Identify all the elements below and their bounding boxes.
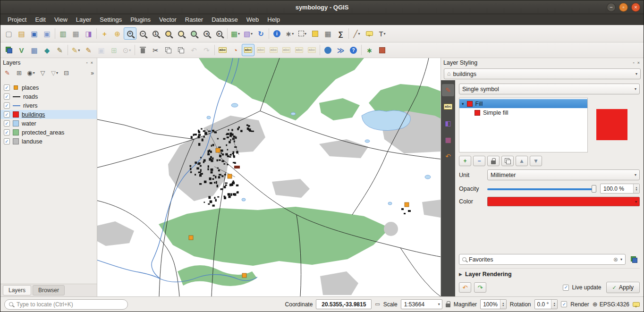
locate-search-input[interactable]: Type to locate (Ctrl+K) bbox=[4, 299, 128, 310]
new-geopackage-layer-button[interactable]: ◆ bbox=[41, 44, 53, 56]
save-project-as-button[interactable]: ▣ bbox=[41, 27, 53, 40]
symbol-node-simple-fill[interactable]: Simple fill bbox=[459, 108, 587, 117]
unit-select[interactable]: Millimeter ▾ bbox=[487, 169, 640, 180]
zoom-to-selection-button[interactable] bbox=[175, 27, 187, 40]
current-edits-dropdown-icon[interactable]: ▾ bbox=[78, 48, 80, 52]
save-project-button[interactable]: ▣ bbox=[28, 27, 41, 40]
close-panel-icon[interactable]: × bbox=[636, 60, 641, 65]
rotation-spinbox[interactable]: 0.0 ° ▴ ▾ bbox=[534, 299, 558, 309]
identify-features-button[interactable]: i bbox=[271, 27, 283, 40]
undo-style-button[interactable]: ↶ bbox=[459, 282, 471, 293]
menu-web[interactable]: Web bbox=[242, 15, 263, 25]
lock-symbol-color-button[interactable] bbox=[487, 156, 500, 166]
current-edits-button[interactable]: ✎▾ bbox=[69, 44, 82, 56]
history-tab[interactable]: ↶ bbox=[442, 150, 454, 162]
toolbar-overflow-icon[interactable]: » bbox=[89, 70, 95, 76]
text-annotation-dropdown-icon[interactable]: ▾ bbox=[384, 32, 386, 36]
layer-diagram-options-button[interactable]: ◔ bbox=[229, 44, 242, 56]
zoom-to-layer-button[interactable] bbox=[187, 27, 200, 40]
select-features-dropdown-icon[interactable]: ▾ bbox=[305, 32, 306, 36]
vertex-tool-button[interactable]: ⊙▾ bbox=[120, 44, 133, 56]
menu-help[interactable]: Help bbox=[263, 15, 284, 25]
undock-panel-icon[interactable]: ▫ bbox=[85, 60, 89, 65]
labels-tab[interactable]: abc bbox=[442, 101, 454, 113]
show-layout-manager-button[interactable]: ▦ bbox=[69, 27, 82, 40]
layer-selector[interactable]: ⌂ buildings ▾ bbox=[444, 68, 641, 79]
pan-map-to-selection-button[interactable]: ⊕ bbox=[111, 27, 124, 40]
layer-row-places[interactable]: ✓places bbox=[0, 83, 97, 92]
delete-selected-button[interactable] bbox=[136, 44, 149, 56]
new-map-view-button[interactable]: ▦▾ bbox=[229, 27, 242, 40]
highlight-pinned-labels-button[interactable]: abc bbox=[242, 44, 254, 56]
undo-button[interactable]: ↶ bbox=[187, 44, 200, 56]
help-contents-button[interactable]: ? bbox=[347, 44, 360, 56]
lock-scale-icon[interactable] bbox=[446, 304, 450, 307]
close-button[interactable]: × bbox=[631, 3, 640, 12]
zoom-in-button[interactable]: + bbox=[124, 27, 136, 40]
new-map-view-dropdown-icon[interactable]: ▾ bbox=[238, 32, 240, 36]
open-attribute-table-button[interactable]: ▦ bbox=[322, 27, 334, 40]
manage-map-themes-dropdown-icon[interactable]: ▾ bbox=[33, 71, 35, 75]
open-data-source-manager-button[interactable] bbox=[2, 44, 15, 56]
render-checkbox[interactable]: ✓ bbox=[561, 301, 567, 307]
zoom-full-button[interactable] bbox=[162, 27, 175, 40]
zoom-native-button[interactable]: 1 bbox=[149, 27, 162, 40]
tab-layers[interactable]: Layers bbox=[3, 285, 31, 295]
spin-down-icon[interactable]: ▾ bbox=[500, 304, 506, 307]
run-feature-action-button[interactable]: ∗▾ bbox=[283, 27, 296, 40]
messages-icon[interactable] bbox=[633, 302, 640, 307]
symbology-tab[interactable]: ✎ bbox=[442, 84, 454, 96]
add-group-button[interactable]: ⊞ bbox=[14, 68, 25, 78]
change-label-button[interactable]: abc bbox=[305, 44, 318, 56]
deselect-features-button[interactable] bbox=[309, 27, 322, 40]
spin-steppers[interactable]: ▴ ▾ bbox=[633, 184, 639, 193]
menu-layer[interactable]: Layer bbox=[72, 15, 96, 25]
filter-legend-by-expression-button[interactable]: ▽▾ bbox=[49, 68, 60, 78]
rotate-label-button[interactable]: abc bbox=[293, 44, 305, 56]
scale-combobox[interactable]: 1:53664 ▾ bbox=[401, 299, 442, 309]
color-button[interactable]: ▾ bbox=[487, 197, 640, 206]
manage-map-themes-button[interactable]: ◉▾ bbox=[25, 68, 36, 78]
crs-status-button[interactable]: ⊕ EPSG:4326 bbox=[593, 301, 629, 308]
clear-search-icon[interactable]: ⊗ bbox=[613, 256, 618, 263]
metasearch-button[interactable] bbox=[322, 44, 334, 56]
menu-vector[interactable]: Vector bbox=[155, 15, 181, 25]
extents-toggle-icon[interactable]: ▭ bbox=[375, 301, 380, 307]
toggle-editing-button[interactable]: ✎ bbox=[82, 44, 95, 56]
duplicate-symbol-layer-button[interactable] bbox=[501, 156, 514, 166]
menu-database[interactable]: Database bbox=[207, 15, 242, 25]
layer-visibility-checkbox[interactable]: ✓ bbox=[4, 120, 10, 126]
layer-visibility-checkbox[interactable]: ✓ bbox=[4, 111, 10, 118]
layer-labeling-options-button[interactable]: abc bbox=[216, 44, 229, 56]
symbol-node-fill[interactable]: ▾ Fill bbox=[459, 99, 587, 108]
map-canvas[interactable] bbox=[97, 58, 441, 296]
live-update-checkbox[interactable]: ✓ bbox=[563, 285, 569, 291]
python-console-button[interactable]: ≫ bbox=[334, 44, 347, 56]
cut-features-button[interactable]: ✂ bbox=[149, 44, 162, 56]
processing-toolbox-button[interactable]: ∗ bbox=[363, 44, 376, 56]
show-hide-labels-button[interactable]: abc bbox=[267, 44, 280, 56]
layer-rendering-section[interactable]: ▶ Layer Rendering bbox=[459, 268, 640, 278]
style-manager-button[interactable] bbox=[628, 254, 640, 265]
filter-legend-button[interactable]: ▽ bbox=[37, 68, 48, 78]
pan-map-button[interactable]: + bbox=[98, 27, 111, 40]
3d-view-tab[interactable]: ◧ bbox=[442, 117, 454, 129]
layer-row-protected_areas[interactable]: ✓protected_areas bbox=[0, 128, 97, 137]
spin-steppers[interactable]: ▴ ▾ bbox=[551, 300, 557, 309]
move-symbol-up-button[interactable]: ▲ bbox=[516, 156, 528, 166]
open-project-button[interactable]: ▤ bbox=[15, 27, 28, 40]
apply-button[interactable]: ✓ Apply bbox=[606, 282, 640, 293]
add-feature-button[interactable]: ⊞ bbox=[108, 44, 120, 56]
layer-visibility-checkbox[interactable]: ✓ bbox=[4, 102, 10, 109]
move-label-button[interactable]: abc bbox=[280, 44, 293, 56]
new-print-layout-button[interactable]: ▥ bbox=[57, 27, 69, 40]
layer-visibility-checkbox[interactable]: ✓ bbox=[4, 138, 10, 144]
save-layer-edits-button[interactable]: ▣ bbox=[95, 44, 108, 56]
run-feature-action-dropdown-icon[interactable]: ▾ bbox=[292, 32, 294, 36]
expander-icon[interactable]: ▾ bbox=[462, 101, 464, 106]
diagrams-tab[interactable]: ▦ bbox=[442, 134, 454, 146]
menu-plugins[interactable]: Plugins bbox=[126, 15, 155, 25]
add-raster-layer-button[interactable]: ▦ bbox=[28, 44, 41, 56]
text-annotation-button[interactable]: T▾ bbox=[376, 27, 389, 40]
move-symbol-down-button[interactable]: ▼ bbox=[530, 156, 542, 166]
